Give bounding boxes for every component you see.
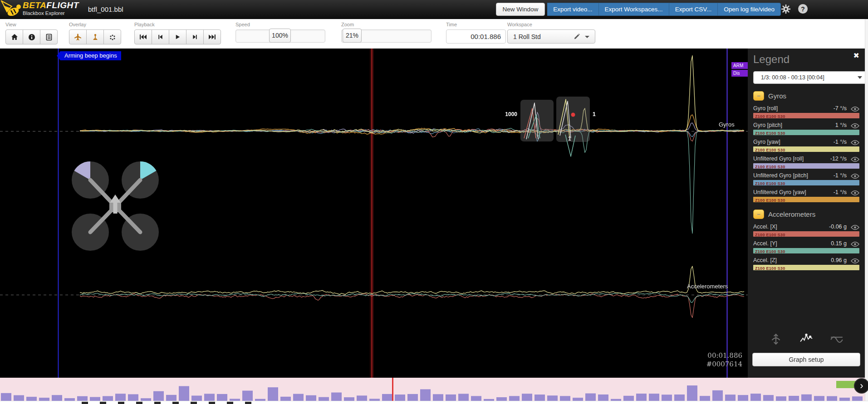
seekbar[interactable]: › [0,378,865,401]
overlay-motors-button[interactable] [103,29,121,44]
brand-beta: BETA [23,0,46,10]
collapse-group-icon[interactable]: − [753,91,764,101]
legend-item-value: -0.06 g [829,224,847,230]
visibility-eye-icon[interactable] [851,173,859,179]
time-frame-readout: 00:01.886 #0007614 [653,351,742,369]
legend-item-label: Accel. [Z] [753,257,831,263]
legend-item-curve-bar[interactable]: Z100 E100 S30 [753,231,859,237]
help-icon[interactable]: ? [798,4,809,15]
seekbar-cursor[interactable] [392,378,393,401]
log-range-select[interactable]: 1/3: 00:08 - 00:13 [00:04] [753,71,867,84]
zoom-vertical-icon[interactable] [769,333,783,347]
speed-slider[interactable]: 100% [235,29,325,43]
inset-value-left: 1000 [497,111,517,117]
legend-item[interactable]: Accel. [Y]0.15 gZ100 E100 S30 [753,240,859,253]
jump-end-button[interactable] [203,29,221,44]
legend-item-curve-bar[interactable]: Z100 E100 S30 [753,113,859,118]
overlay-sticks-button[interactable] [86,29,104,44]
visibility-eye-icon[interactable] [851,190,859,195]
legend-item-label: Unfiltered Gyro [roll] [753,156,830,162]
speed-slider-thumb[interactable]: 100% [269,29,291,43]
zoom-slider[interactable]: 21% [341,29,432,43]
visibility-eye-icon[interactable] [851,139,859,145]
zoom-slider-thumb[interactable]: 21% [343,29,362,43]
overlay-group: Overlay [69,22,121,44]
smoothing-icon[interactable] [830,333,843,347]
legend-item-curve-bar[interactable]: Z100 E100 S30 [753,163,859,169]
time-group: Time [446,22,506,44]
log-range-value: 1/3: 00:08 - 00:13 [00:04] [761,74,824,81]
visibility-eye-icon[interactable] [851,122,859,128]
legend-panel: ✖ Legend 1/3: 00:08 - 00:13 [00:04] −Gyr… [748,49,865,378]
graph-setup-button[interactable]: Graph setup [752,353,860,366]
open-log-button[interactable]: Open log file/video [718,3,781,16]
view-info-button[interactable] [23,29,40,44]
legend-item[interactable]: Accel. [X]-0.06 gZ100 E100 S30 [753,224,859,237]
log-filename: btfl_001.bbl [88,5,123,13]
legend-group-header: −Accelerometers [753,209,859,219]
horizontal-scrollbar[interactable] [0,401,868,404]
time-readout: 00:01.886 [653,351,742,360]
legend-item-curve-bar[interactable]: Z100 E100 S30 [753,146,859,152]
legend-group-header: −Gyros [753,91,859,101]
visibility-eye-icon[interactable] [851,258,859,263]
zoom-group: Zoom 21% [341,22,432,43]
jump-start-button[interactable] [134,29,152,44]
legend-item[interactable]: Unfiltered Gyro [yaw]-1 °/sZ100 E100 S30 [753,189,859,202]
legend-item-curve-bar[interactable]: Z100 E100 S30 [753,265,859,270]
event-marker-label: Arming beep begins [60,51,121,60]
legend-item-value: 0.96 g [831,257,847,263]
overlay-craft-button[interactable] [69,29,87,44]
legend-item-row: Unfiltered Gyro [yaw]-1 °/s [753,189,859,195]
legend-item-value: -12 °/s [830,156,847,162]
export-workspaces-button[interactable]: Export Workspaces... [599,3,669,16]
workspace-select-button[interactable]: 1 Roll Std [507,29,595,44]
legend-item[interactable]: Unfiltered Gyro [pitch]-1 °/sZ100 E100 S… [753,172,859,185]
legend-item-curve-bar[interactable]: Z100 E100 S30 [753,248,859,253]
legend-item-row: Accel. [Z]0.96 g [753,257,859,263]
legend-item-curve-bar[interactable]: Z100 E100 S30 [753,180,859,185]
plane-icon [74,33,82,41]
gyros-curve-label: Gyros [719,121,735,128]
legend-item-label: Unfiltered Gyro [pitch] [753,172,834,179]
vertical-scrollbar[interactable] [865,19,868,404]
close-icon[interactable]: ✖ [853,51,859,60]
legend-item-curve-bar[interactable]: Z100 E100 S30 [753,197,859,202]
visibility-eye-icon[interactable] [851,156,859,162]
legend-item[interactable]: Gyro [roll]-7 °/sZ100 E100 S30 [753,105,859,118]
export-csv-button[interactable]: Export CSV... [669,3,718,16]
seekbar-next-log-button[interactable]: › [854,378,868,394]
legend-footer-tools [748,333,865,347]
export-video-button[interactable]: Export video... [547,3,598,16]
zoom-label: Zoom [341,22,432,27]
settings-gear-icon[interactable] [781,4,792,15]
frame-readout: #0007614 [653,360,742,369]
view-log-table-button[interactable] [40,29,58,44]
step-forward-icon [191,34,198,40]
legend-item[interactable]: Unfiltered Gyro [roll]-12 °/sZ100 E100 S… [753,156,859,169]
legend-item-value: 0.15 g [831,240,847,247]
armed-flag: ARM [731,62,748,69]
legend-item[interactable]: Gyro [yaw]-1 °/sZ100 E100 S30 [753,139,859,152]
legend-item-label: Accel. [Y] [753,240,831,247]
markers-icon[interactable] [799,333,813,347]
visibility-eye-icon[interactable] [851,241,859,247]
legend-item-curve-bar[interactable]: Z100 E100 S30 [753,130,859,135]
new-window-button[interactable]: New Window [496,3,545,16]
seekbar-canvas[interactable] [0,378,865,401]
view-craft-button[interactable] [5,29,23,44]
legend-item-settings: Z100 E100 S30 [753,198,785,203]
step-forward-button[interactable] [186,29,204,44]
skip-end-icon [208,34,216,40]
legend-item-label: Gyro [roll] [753,105,834,112]
legend-item[interactable]: Accel. [Z]0.96 gZ100 E100 S30 [753,257,859,270]
time-input[interactable] [446,29,506,44]
legend-item[interactable]: Gyro [pitch]1 °/sZ100 E100 S30 [753,122,859,135]
visibility-eye-icon[interactable] [851,106,859,112]
log-table-icon [45,34,53,41]
legend-item-settings: Z100 E100 S30 [753,181,785,186]
step-back-button[interactable] [152,29,169,44]
play-button[interactable] [169,29,186,44]
collapse-group-icon[interactable]: − [753,209,764,219]
visibility-eye-icon[interactable] [851,224,859,230]
